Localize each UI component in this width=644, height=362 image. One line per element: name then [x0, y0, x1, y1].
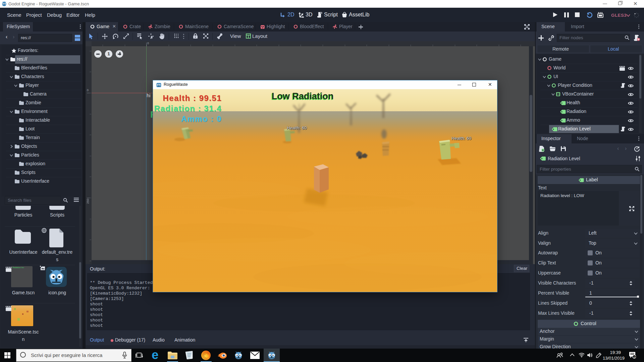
svg-text:1: 1	[634, 356, 635, 359]
